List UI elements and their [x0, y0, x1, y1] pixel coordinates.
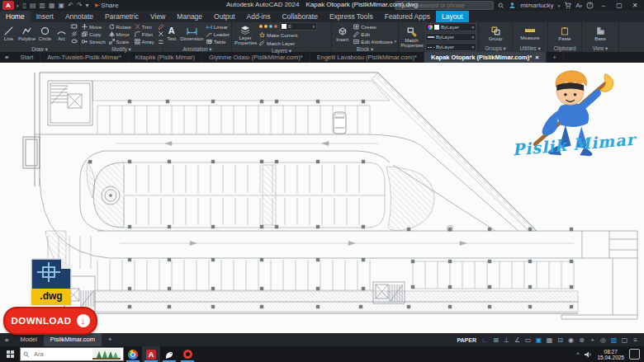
ortho-icon[interactable]: ⊥ — [503, 336, 510, 344]
selection-cycling-icon[interactable]: ◉ — [567, 336, 575, 344]
model-tab[interactable]: Model — [13, 333, 43, 346]
trial-icon[interactable]: A▾ — [575, 2, 582, 9]
table-tool[interactable]: Table — [206, 38, 230, 45]
help-icon[interactable]: ? — [586, 2, 594, 9]
osnap-icon[interactable]: ▣ — [535, 336, 542, 344]
rectangle-icon[interactable] — [71, 23, 78, 30]
new-layout-button[interactable]: + — [102, 333, 118, 346]
text-tool[interactable]: A Text — [165, 26, 178, 41]
saveas-icon[interactable]: ▦ — [49, 2, 55, 9]
copy-tool[interactable]: Copy — [82, 31, 106, 37]
layer-select[interactable]: 0 ▾ — [279, 22, 317, 31]
make-current-tool[interactable]: Make Current — [259, 31, 317, 38]
layer-thaw-icon[interactable] — [264, 25, 268, 28]
create-block-tool[interactable]: Create — [353, 23, 396, 30]
grid-icon[interactable]: ⊞ — [492, 336, 500, 344]
bird-app-taskbar-icon[interactable] — [160, 346, 178, 362]
paste-tool[interactable]: Paste — [555, 26, 575, 41]
move-tool[interactable]: Move — [82, 23, 106, 30]
clean-screen-icon[interactable]: ▢ — [621, 336, 628, 344]
array-tool[interactable]: Array — [135, 38, 154, 45]
maximize-button[interactable]: ▢ — [613, 2, 625, 9]
ellipse-icon[interactable] — [71, 38, 78, 45]
taskbar-clock[interactable]: 08:2715.04.2025 — [597, 349, 624, 360]
ribbon-tab-featured-apps[interactable]: Featured Apps — [379, 11, 436, 22]
trim-tool[interactable]: Trim — [135, 23, 154, 30]
ribbon-tab-parametric[interactable]: Parametric — [99, 11, 144, 22]
snap-icon[interactable]: ∟ — [481, 336, 489, 344]
hatch-icon[interactable] — [71, 31, 78, 37]
file-tab-avm-tuvaleti[interactable]: Avm-Tuvaleti-Pislik-Mimar* — [40, 52, 129, 63]
crosshair-icon[interactable]: + — [589, 336, 596, 344]
file-tab-giyinme-odasi[interactable]: Giyinme Odası (PislikMimar.com)* — [202, 52, 310, 63]
ribbon-tab-view[interactable]: View — [144, 11, 171, 22]
object-color-select[interactable]: ByLayer ▾ — [425, 23, 476, 31]
ribbon-tab-insert[interactable]: Insert — [31, 11, 59, 22]
redo-icon[interactable]: ↷ — [77, 2, 83, 9]
ribbon-tab-output[interactable]: Output — [208, 11, 241, 22]
layout-menu-icon[interactable]: ≡ — [0, 336, 13, 344]
opera-taskbar-icon[interactable] — [178, 346, 197, 362]
osnap-tracking-icon[interactable]: ▦ — [546, 336, 553, 344]
base-tool[interactable]: Base — [590, 26, 610, 41]
open-icon[interactable]: ▤ — [30, 2, 36, 9]
layer-on-icon[interactable] — [259, 25, 263, 28]
customization-icon[interactable]: ≡ — [632, 336, 639, 344]
panel-title-view[interactable]: View ▾ — [582, 45, 618, 52]
download-button[interactable]: DOWNLOAD ↓ — [3, 307, 97, 335]
new-icon[interactable]: ▯ — [23, 2, 26, 9]
drawing-canvas[interactable]: Pislik Mimar .dwg DOWNLOAD ↓ — [0, 63, 644, 333]
polyline-tool[interactable]: Polyline — [18, 26, 36, 41]
match-layer-tool[interactable]: Match Layer — [259, 40, 317, 46]
search-icon[interactable] — [498, 2, 504, 9]
linear-tool[interactable]: Linear — [206, 23, 230, 30]
file-tab-start[interactable]: Start — [13, 52, 40, 63]
qat-caret-icon[interactable]: ▾ — [86, 2, 89, 9]
fillet-tool[interactable]: Fillet — [135, 31, 154, 37]
edit-attributes-tool[interactable]: Edit Attributes ▾ — [353, 38, 396, 45]
measure-tool[interactable]: Measure — [520, 26, 540, 40]
chrome-taskbar-icon[interactable] — [124, 346, 142, 362]
tray-expand-icon[interactable]: ^ — [576, 350, 580, 358]
taskbar-search-input[interactable] — [32, 350, 90, 359]
ribbon-tab-collaborate[interactable]: Collaborate — [276, 11, 323, 22]
autocad-app-icon[interactable]: A — [2, 1, 14, 10]
ribbon-tab-addins[interactable]: Add-ins — [241, 11, 277, 22]
dimension-tool[interactable]: Dimension — [180, 26, 203, 41]
insert-tool[interactable]: Insert — [334, 26, 351, 42]
panel-title-groups[interactable]: Groups ▾ — [479, 45, 512, 52]
taskbar-search[interactable] — [20, 347, 124, 361]
leader-tool[interactable]: Leader — [206, 31, 230, 37]
cart-icon[interactable] — [564, 2, 571, 9]
ribbon-tab-manage[interactable]: Manage — [171, 11, 208, 22]
file-tab-kitaplik[interactable]: Kitaplık (Pislik Mimar) — [129, 52, 202, 63]
annotation-scale-icon[interactable]: ▭ — [524, 336, 532, 344]
ribbon-tab-express-tools[interactable]: Express Tools — [324, 11, 379, 22]
panel-title-utilities[interactable]: Utilities ▾ — [513, 45, 547, 52]
mirror-tool[interactable]: Mirror — [109, 31, 131, 37]
volume-icon[interactable] — [584, 350, 592, 359]
line-tool[interactable]: Line — [2, 26, 16, 41]
circle-tool[interactable]: Circle — [38, 26, 52, 41]
isolate-icon[interactable]: ◎ — [599, 336, 607, 344]
file-tabs-menu-icon[interactable]: ≡ — [0, 52, 13, 63]
app-menu-caret-icon[interactable]: ▾ — [17, 3, 19, 8]
file-tab-engelli-lavabosu[interactable]: Engelli Lavabosu (PislikMimar.com)* — [310, 52, 424, 63]
close-button[interactable]: ✕ — [629, 2, 641, 9]
layer-freeze-icon[interactable] — [269, 25, 272, 28]
new-drawing-button[interactable]: + — [547, 52, 564, 63]
user-avatar-icon[interactable] — [509, 2, 516, 9]
linetype-select[interactable]: ByLayer ▾ — [425, 43, 476, 51]
layout-tab-pislikmimar[interactable]: PislikMimar.com — [44, 333, 102, 346]
arc-tool[interactable]: Arc — [54, 26, 69, 41]
username[interactable]: mimarlucky — [520, 2, 553, 9]
group-tool[interactable]: Group — [485, 26, 505, 41]
lineweight-select[interactable]: ByLayer ▾ — [425, 33, 476, 41]
stretch-tool[interactable]: Stretch — [82, 38, 106, 45]
undo-icon[interactable]: ↶ — [68, 2, 73, 9]
close-tab-icon[interactable]: × — [535, 54, 538, 61]
plot-icon[interactable]: ▣ — [59, 2, 65, 9]
polar-icon[interactable]: ∠ — [514, 336, 521, 344]
user-menu-caret-icon[interactable]: ▾ — [558, 3, 561, 8]
file-tab-kapak-otopark[interactable]: Kapak Otopark (PislikMimar.com)* × — [424, 52, 547, 63]
